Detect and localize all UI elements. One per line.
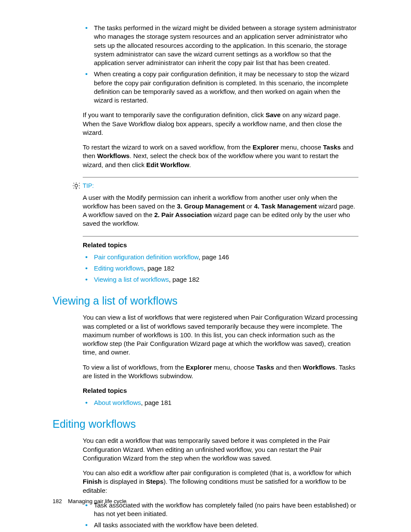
list-item: Viewing a list of workflows, page 182 bbox=[83, 275, 358, 284]
text: To restart the wizard to work on a saved… bbox=[83, 143, 252, 151]
list-item: All tasks associated with the workflow h… bbox=[83, 521, 358, 529]
related-topics-list: Pair configuration definition workflow, … bbox=[83, 253, 358, 284]
list-item: Editing workflows, page 182 bbox=[83, 264, 358, 273]
list-item: When creating a copy pair configuration … bbox=[83, 70, 358, 105]
bold-save: Save bbox=[265, 111, 280, 118]
text: and then bbox=[274, 364, 303, 371]
edit-p2: You can also edit a workflow after pair … bbox=[83, 469, 358, 495]
tip-body: A user with the Modify permission can in… bbox=[83, 193, 358, 228]
text: , page 146 bbox=[199, 253, 229, 261]
bold-explorer: Explorer bbox=[186, 364, 212, 371]
link-viewing-workflows[interactable]: Viewing a list of workflows bbox=[94, 276, 169, 283]
heading-viewing-workflows: Viewing a list of workflows bbox=[53, 294, 358, 308]
list-item: Pair configuration definition workflow, … bbox=[83, 253, 358, 261]
divider bbox=[83, 177, 358, 177]
bold-tasks: Tasks bbox=[323, 143, 341, 151]
tip-label: TIP: bbox=[83, 182, 94, 190]
link-about-workflows[interactable]: About workflows bbox=[94, 399, 141, 406]
list-item: The tasks performed in the wizard might … bbox=[83, 24, 358, 67]
svg-point-0 bbox=[75, 184, 78, 187]
bold-workflows: Workflows bbox=[97, 152, 130, 159]
view-p2: To view a list of workflows, from the Ex… bbox=[83, 363, 358, 381]
chapter-title: Managing pair life cycle bbox=[68, 498, 127, 504]
bold-finish: Finish bbox=[83, 478, 102, 485]
text: If you want to temporarily save the conf… bbox=[83, 111, 265, 118]
related-topics-heading: Related topics bbox=[83, 241, 358, 249]
text: , page 182 bbox=[144, 264, 174, 272]
bold-step4: 4. Task Management bbox=[254, 202, 317, 210]
page-number: 182 bbox=[53, 498, 62, 504]
text: You can also edit a workflow after pair … bbox=[83, 469, 351, 476]
bold-tasks: Tasks bbox=[256, 364, 274, 371]
bold-edit-workflow: Edit Workflow bbox=[146, 161, 190, 168]
text: . bbox=[189, 161, 191, 168]
bold-step3: 3. Group Management bbox=[177, 202, 245, 210]
text: is displayed in bbox=[102, 478, 146, 485]
text: menu, choose bbox=[212, 364, 256, 371]
page-footer: 182Managing pair life cycle bbox=[53, 498, 127, 505]
intro-restart-paragraph: To restart the wizard to work on a saved… bbox=[83, 143, 358, 169]
divider bbox=[83, 236, 358, 236]
bold-step2: 2. Pair Association bbox=[154, 211, 212, 218]
intro-save-paragraph: If you want to temporarily save the conf… bbox=[83, 111, 358, 137]
text: menu, choose bbox=[279, 143, 323, 151]
related-topics-list: About workflows, page 181 bbox=[83, 398, 358, 407]
text: or bbox=[245, 202, 254, 210]
intro-bullets: The tasks performed in the wizard might … bbox=[83, 24, 358, 105]
text: , page 181 bbox=[141, 399, 171, 406]
bold-workflows: Workflows bbox=[303, 364, 336, 371]
text: To view a list of workflows, from the bbox=[83, 364, 186, 371]
related-topics-heading: Related topics bbox=[83, 386, 358, 395]
link-pair-config-workflow[interactable]: Pair configuration definition workflow bbox=[94, 253, 199, 261]
list-item: About workflows, page 181 bbox=[83, 398, 358, 407]
heading-editing-workflows: Editing workflows bbox=[53, 417, 358, 432]
link-editing-workflows[interactable]: Editing workflows bbox=[94, 264, 144, 272]
bold-explorer: Explorer bbox=[252, 143, 279, 151]
tip-icon bbox=[72, 182, 80, 190]
bold-steps: Steps bbox=[146, 478, 164, 485]
tip-header: TIP: bbox=[72, 182, 358, 190]
view-p1: You can view a list of workflows that we… bbox=[83, 313, 358, 357]
text: , page 182 bbox=[169, 276, 199, 283]
edit-p1: You can edit a workflow that was tempora… bbox=[83, 436, 358, 463]
